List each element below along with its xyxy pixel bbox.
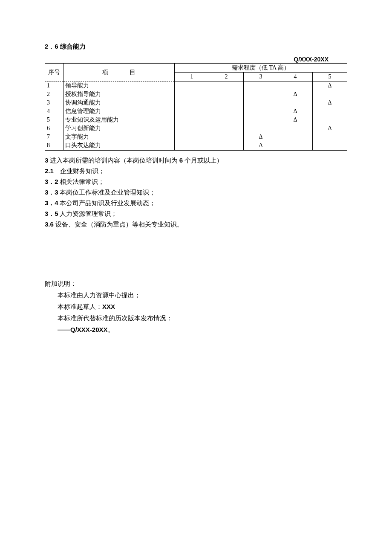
table-cell-mark <box>175 90 209 99</box>
list-item-number: 3．5 <box>45 210 58 217</box>
ability-table: 序号 项目 需求程度（低 TA 高） 1 2 3 4 5 1领导能力Δ2授权指导… <box>45 63 347 151</box>
table-cell-mark <box>175 116 209 124</box>
table-cell-mark: Δ <box>278 116 313 124</box>
table-header-col-3: 3 <box>244 73 278 81</box>
table-cell-mark <box>313 141 347 150</box>
table-cell-mark: Δ <box>278 90 313 99</box>
table-header-col-1: 1 <box>175 73 209 81</box>
section-3-text-b: 个月或以上） <box>183 157 223 164</box>
table-row: 6学习创新能力Δ <box>45 124 347 133</box>
table-cell-item: 专业知识及运用能力 <box>63 116 175 124</box>
table-cell-mark: Δ <box>244 141 278 150</box>
list-item-number: 3．3 <box>45 189 58 196</box>
table-cell-mark <box>209 124 244 133</box>
table-cell-item: 学习创新能力 <box>63 124 175 133</box>
table-cell-mark <box>209 81 244 90</box>
list-item-text: 人力资源管理常识； <box>58 210 118 217</box>
table-cell-mark: Δ <box>313 124 347 133</box>
list-item: 3．4 本公司产品知识及行业发展动态； <box>45 199 347 207</box>
addendum-label: 附加说明： <box>45 280 347 288</box>
addendum-line-4-post: 。 <box>108 326 114 333</box>
table-row: 4信息管理能力Δ <box>45 107 347 116</box>
table-header-col-2: 2 <box>209 73 244 81</box>
addendum-line-2-bold: XXX <box>102 303 115 310</box>
addendum-line-4-bold: Q/XXX-20XX <box>70 326 108 333</box>
table-cell-mark <box>209 116 244 124</box>
table-cell-item: 信息管理能力 <box>63 107 175 116</box>
list-item-number: 3．2 <box>45 178 58 185</box>
list-item-number: 2.1 <box>45 167 54 174</box>
table-cell-mark <box>244 90 278 99</box>
table-cell-item: 领导能力 <box>63 81 175 90</box>
table-cell-mark <box>244 124 278 133</box>
table-cell-mark <box>313 107 347 116</box>
table-cell-mark <box>209 133 244 141</box>
list-item-text: 本岗位工作标准及企业管理知识； <box>58 189 156 196</box>
table-row: 5专业知识及运用能力Δ <box>45 116 347 124</box>
table-cell-mark <box>313 90 347 99</box>
addendum-line-3: 本标准所代替标准的历次版本发布情况： <box>58 314 347 323</box>
table-cell-mark <box>209 107 244 116</box>
table-cell-mark: Δ <box>278 107 313 116</box>
table-row: 2授权指导能力Δ <box>45 90 347 99</box>
table-header-item: 项目 <box>63 63 175 81</box>
table-cell-mark <box>244 107 278 116</box>
table-cell-mark <box>244 81 278 90</box>
table-cell-mark <box>175 107 209 116</box>
table-cell-mark <box>209 141 244 150</box>
table-row: 1领导能力Δ <box>45 81 347 90</box>
table-cell-mark <box>244 116 278 124</box>
document-code: Q/XXX-20XX <box>45 56 347 63</box>
table-cell-mark <box>278 99 313 107</box>
table-row: 7文字能力Δ <box>45 133 347 141</box>
addendum-line-4: ——Q/XXX-20XX。 <box>58 326 347 334</box>
list-item: 3.6 设备、安全（消防为重点）等相关专业知识。 <box>45 221 347 229</box>
table-cell-seq: 2 <box>45 90 63 99</box>
table-cell-seq: 3 <box>45 99 63 107</box>
table-cell-item: 授权指导能力 <box>63 90 175 99</box>
table-cell-mark <box>313 116 347 124</box>
addendum-line-1: 本标准由人力资源中心提出； <box>58 291 347 299</box>
table-header-col-4: 4 <box>278 73 313 81</box>
list-item: 3．5 人力资源管理常识； <box>45 210 347 218</box>
list-item: 2.1 企业财务知识； <box>45 167 347 175</box>
list-item-text: 企业财务知识； <box>54 168 105 174</box>
table-cell-seq: 7 <box>45 133 63 141</box>
section-3-text-a: 进入本岗所需的培训内容（本岗位培训时间为 <box>48 157 179 164</box>
table-row: 8口头衣达能力Δ <box>45 141 347 150</box>
list-item-number: 3．4 <box>45 199 58 206</box>
table-cell-seq: 4 <box>45 107 63 116</box>
table-cell-mark <box>278 133 313 141</box>
table-header-seq: 序号 <box>45 63 63 81</box>
addendum-line-2: 本标准起草人：XXX <box>58 303 347 311</box>
table-cell-mark <box>175 124 209 133</box>
table-cell-mark: Δ <box>313 99 347 107</box>
table-cell-mark <box>175 81 209 90</box>
list-item-text: 本公司产品知识及行业发展动态； <box>58 200 156 206</box>
list-item-text: 设备、安全（消防为重点）等相关专业知识。 <box>54 221 183 228</box>
list-item-text: 相关法律常识； <box>58 178 105 185</box>
table-cell-seq: 1 <box>45 81 63 90</box>
table-header-col-5: 5 <box>313 73 347 81</box>
table-cell-mark <box>278 124 313 133</box>
table-row: 3协调沟通能力Δ <box>45 99 347 107</box>
table-cell-mark <box>209 99 244 107</box>
table-cell-mark <box>278 141 313 150</box>
addendum-line-4-pre: —— <box>58 326 70 333</box>
list-item: 3．2 相关法律常识； <box>45 178 347 186</box>
table-cell-mark <box>313 133 347 141</box>
table-cell-seq: 6 <box>45 124 63 133</box>
table-cell-seq: 8 <box>45 141 63 150</box>
section-3-title: 3 进入本岗所需的培训内容（本岗位培训时间为 6 个月或以上） <box>45 157 347 165</box>
table-cell-mark <box>175 133 209 141</box>
list-item-number: 3.6 <box>45 221 54 228</box>
table-cell-mark <box>175 99 209 107</box>
table-cell-mark <box>175 141 209 150</box>
list-item: 3．3 本岗位工作标准及企业管理知识； <box>45 189 347 197</box>
table-cell-mark <box>278 81 313 90</box>
table-header-scale: 需求程度（低 TA 高） <box>175 63 347 73</box>
table-cell-item: 文字能力 <box>63 133 175 141</box>
table-cell-seq: 5 <box>45 116 63 124</box>
section-heading-2-6: 2．6 综合能力 <box>45 43 347 51</box>
table-cell-mark: Δ <box>313 81 347 90</box>
